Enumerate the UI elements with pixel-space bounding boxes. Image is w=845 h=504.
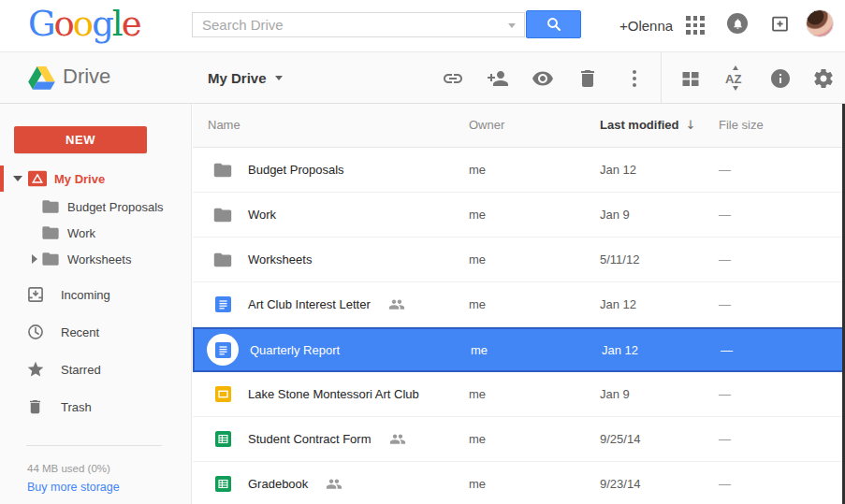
file-row[interactable]: Student Contract Form me 9/25/14 — bbox=[193, 417, 845, 462]
share-person-add-icon[interactable] bbox=[487, 67, 509, 90]
folder-icon bbox=[213, 208, 232, 223]
account-name[interactable]: +Olenna bbox=[619, 0, 673, 51]
search-field bbox=[192, 12, 525, 37]
logo-letter: o bbox=[54, 4, 73, 44]
grid-view-icon[interactable] bbox=[679, 67, 702, 90]
folder-icon bbox=[213, 252, 232, 267]
google-sheet-icon bbox=[215, 431, 231, 447]
file-row[interactable]: Budget Proposals me Jan 12 — bbox=[193, 148, 845, 193]
file-row[interactable]: Lake Stone Montessori Art Club me Jan 9 … bbox=[193, 372, 845, 417]
sidebar-item-incoming[interactable]: Incoming bbox=[0, 281, 192, 308]
drive-logo[interactable] bbox=[28, 66, 55, 90]
bell-icon bbox=[732, 18, 744, 30]
file-icon-wrap bbox=[213, 475, 232, 494]
breadcrumb[interactable]: My Drive bbox=[208, 52, 283, 103]
shared-people-icon bbox=[389, 433, 406, 446]
modified-cell: 9/23/14 bbox=[600, 462, 640, 504]
file-row[interactable]: Quarterly Report me Jan 12 — bbox=[193, 327, 845, 372]
column-header-name[interactable]: Name bbox=[208, 104, 240, 147]
search-input[interactable] bbox=[193, 13, 524, 36]
sidebar-item-label: Worksheets bbox=[67, 252, 131, 266]
folder-icon bbox=[213, 163, 232, 178]
sidebar-item-budget-proposals[interactable]: Budget Proposals bbox=[0, 194, 192, 220]
sidebar-item-label: Work bbox=[67, 226, 95, 240]
file-row[interactable]: Gradebook me 9/23/14 — bbox=[193, 462, 845, 504]
owner-cell: me bbox=[469, 372, 486, 416]
incoming-icon bbox=[26, 285, 45, 304]
size-cell: — bbox=[721, 329, 733, 370]
file-name: Lake Stone Montessori Art Club bbox=[248, 387, 419, 401]
sidebar-item-label: Budget Proposals bbox=[67, 200, 164, 214]
size-cell: — bbox=[719, 417, 731, 461]
settings-gear-icon[interactable] bbox=[812, 67, 835, 90]
buy-more-storage-link[interactable]: Buy more storage bbox=[27, 481, 120, 494]
sidebar-item-recent[interactable]: Recent bbox=[0, 319, 192, 345]
file-row[interactable]: Art Club Interest Letter me Jan 12 — bbox=[193, 282, 845, 327]
owner-cell: me bbox=[469, 148, 486, 192]
new-button[interactable]: NEW bbox=[14, 126, 147, 153]
search-options-caret-icon[interactable] bbox=[508, 23, 516, 28]
owner-cell: me bbox=[469, 282, 486, 326]
info-icon[interactable] bbox=[769, 67, 792, 90]
file-name: Budget Proposals bbox=[248, 163, 344, 177]
star-icon bbox=[26, 360, 45, 379]
file-name: Worksheets bbox=[248, 252, 312, 266]
column-header-file-size[interactable]: File size bbox=[719, 104, 764, 147]
logo-letter: g bbox=[92, 4, 112, 44]
add-box-icon bbox=[770, 14, 790, 34]
column-header-last-modified[interactable]: Last modified↓ bbox=[600, 104, 695, 147]
logo-letter: o bbox=[73, 4, 92, 44]
get-link-icon[interactable] bbox=[442, 67, 464, 90]
sidebar-item-trash[interactable]: Trash bbox=[0, 394, 192, 420]
file-row[interactable]: Work me Jan 9 — bbox=[193, 193, 845, 238]
modified-cell: Jan 12 bbox=[600, 282, 636, 326]
preview-eye-icon[interactable] bbox=[532, 67, 554, 90]
size-cell: — bbox=[719, 193, 731, 237]
search-button[interactable] bbox=[526, 10, 581, 38]
sidebar-item-label: Starred bbox=[61, 363, 101, 377]
sidebar-item-work[interactable]: Work bbox=[0, 220, 192, 246]
delete-trash-icon[interactable] bbox=[576, 67, 599, 90]
file-icon-wrap bbox=[213, 430, 232, 449]
file-icon-wrap bbox=[213, 295, 232, 314]
file-name: Student Contract Form bbox=[248, 432, 372, 446]
my-drive-icon bbox=[28, 171, 47, 187]
sidebar-item-worksheets[interactable]: Worksheets bbox=[0, 246, 192, 272]
sort-az-icon[interactable]: AZ bbox=[724, 67, 747, 90]
apps-grid-icon[interactable] bbox=[686, 16, 705, 35]
sidebar-item-starred[interactable]: Starred bbox=[0, 356, 192, 382]
modified-cell: 9/25/14 bbox=[600, 417, 640, 461]
google-logo[interactable]: Google bbox=[28, 4, 140, 44]
share-add-button[interactable] bbox=[770, 14, 790, 34]
file-icon-wrap bbox=[213, 206, 232, 224]
file-name: Work bbox=[248, 208, 276, 222]
shared-people-icon bbox=[326, 478, 342, 491]
sidebar-divider bbox=[26, 445, 162, 446]
sidebar-item-my-drive[interactable]: My Drive bbox=[0, 166, 192, 192]
modified-cell: Jan 9 bbox=[600, 372, 630, 416]
column-header-owner[interactable]: Owner bbox=[469, 104, 504, 147]
google-doc-icon bbox=[215, 296, 231, 312]
file-list: Name Owner Last modified↓ File size Budg… bbox=[193, 104, 845, 504]
owner-cell: me bbox=[469, 417, 486, 461]
google-sheet-icon bbox=[215, 476, 231, 492]
notifications-button[interactable] bbox=[727, 13, 748, 34]
expander-down-icon[interactable] bbox=[13, 176, 22, 181]
table-header: Name Owner Last modified↓ File size bbox=[193, 104, 845, 148]
owner-cell: me bbox=[469, 193, 486, 237]
more-options-icon[interactable] bbox=[623, 67, 646, 90]
top-bar: Google +Olenna bbox=[0, 0, 845, 52]
size-cell: — bbox=[719, 148, 731, 192]
table-rows: Budget Proposals me Jan 12 — Work me Jan… bbox=[193, 148, 845, 504]
avatar[interactable] bbox=[806, 9, 834, 37]
folder-icon bbox=[42, 226, 59, 240]
file-icon-wrap bbox=[213, 161, 232, 180]
modified-cell: 5/11/12 bbox=[600, 238, 639, 281]
folder-icon bbox=[42, 252, 59, 266]
trash-icon bbox=[26, 398, 44, 416]
sidebar-item-label: Trash bbox=[61, 400, 92, 414]
file-icon-wrap bbox=[207, 334, 239, 366]
expander-right-icon[interactable] bbox=[32, 254, 37, 264]
file-row[interactable]: Worksheets me 5/11/12 — bbox=[193, 238, 845, 282]
google-doc-icon bbox=[215, 342, 231, 358]
